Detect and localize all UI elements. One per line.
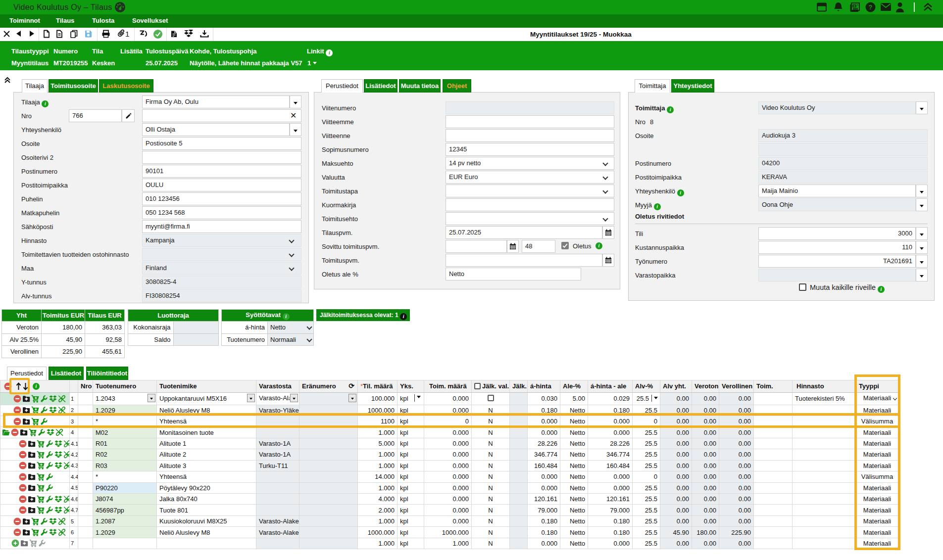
svg-text:?: ? <box>869 3 873 11</box>
